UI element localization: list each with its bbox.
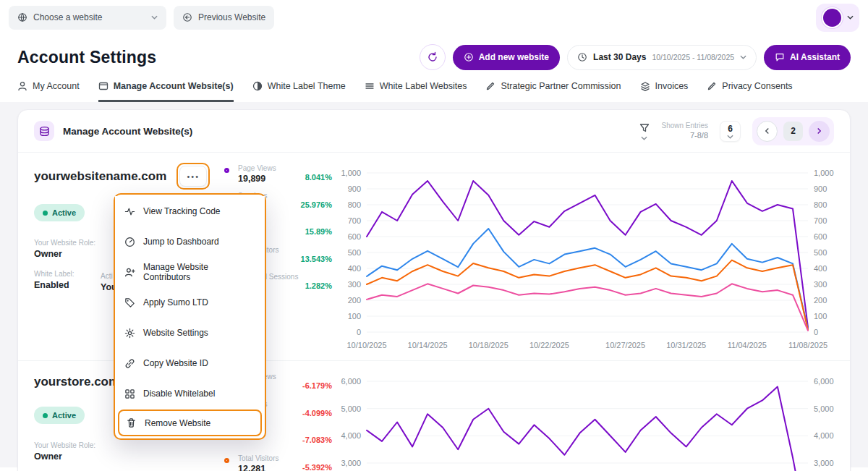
- svg-text:500: 500: [348, 248, 361, 257]
- browser-icon: [98, 81, 109, 91]
- account-menu[interactable]: [816, 4, 859, 32]
- layers-icon: [640, 81, 650, 91]
- pagination-prev-button[interactable]: [757, 121, 778, 142]
- menu-item-remove-website[interactable]: Remove Website: [118, 410, 262, 436]
- status-label: Active: [52, 208, 76, 217]
- settings-tabs: My Account Manage Account Website(s) Whi…: [0, 78, 868, 102]
- refresh-icon: [427, 51, 438, 63]
- tab-my-account[interactable]: My Account: [17, 81, 80, 102]
- stat-change: 8.041%: [305, 173, 332, 182]
- svg-text:0: 0: [357, 328, 361, 336]
- user-plus-icon: [124, 267, 135, 278]
- svg-text:100: 100: [814, 312, 827, 321]
- svg-text:5,000: 5,000: [814, 404, 834, 413]
- ai-assistant-button[interactable]: AI Assistant: [764, 45, 851, 70]
- gauge-icon: [124, 237, 135, 247]
- trash-icon: [126, 417, 137, 428]
- page-size-select[interactable]: 6: [720, 121, 741, 142]
- user-icon: [17, 81, 27, 91]
- svg-text:400: 400: [814, 264, 827, 273]
- date-range-button[interactable]: Last 30 Days 10/10/2025 - 11/08/2025: [567, 45, 757, 70]
- panel-tools: Shown Entries 7-8/8 6 2: [639, 117, 834, 145]
- svg-text:10/18/2025: 10/18/2025: [469, 341, 509, 349]
- gear-icon: [124, 328, 135, 339]
- database-icon: [34, 121, 54, 141]
- stat-label: Page Views: [238, 164, 333, 172]
- stat-change: 25.976%: [301, 200, 332, 209]
- avatar[interactable]: [822, 7, 843, 28]
- chat-icon: [775, 52, 785, 62]
- menu-item-label: Copy Website ID: [143, 358, 208, 368]
- topbar: Choose a website Previous Website: [0, 0, 868, 35]
- stat-change: -5.392%: [302, 463, 332, 471]
- status-badge: Active: [34, 407, 85, 424]
- tab-privacy-consents[interactable]: Privacy Consents: [707, 81, 792, 102]
- role-label: Your Website Role:: [34, 441, 224, 449]
- menu-item-apply-sumo-ltd[interactable]: Apply Sumo LTD: [115, 287, 265, 318]
- grid-icon: [124, 389, 135, 399]
- tab-label: Strategic Partner Commission: [501, 81, 621, 91]
- stat-label: Total Visitors: [238, 454, 333, 462]
- arrow-left-circle-icon: [182, 12, 192, 22]
- menu-item-website-settings[interactable]: Website Settings: [115, 318, 265, 348]
- svg-text:10/27/2025: 10/27/2025: [605, 341, 645, 349]
- menu-item-manage-website-contributors[interactable]: Manage Website Contributors: [115, 257, 265, 287]
- menu-item-label: Manage Website Contributors: [143, 262, 255, 282]
- website-domain: yourwebsitename.com: [34, 169, 166, 184]
- plus-circle-icon: [464, 52, 474, 62]
- more-options-button[interactable]: •••: [179, 166, 207, 187]
- svg-text:300: 300: [348, 280, 361, 289]
- svg-text:11/08/2025: 11/08/2025: [788, 341, 827, 349]
- tab-white-label-websites[interactable]: White Label Websites: [365, 81, 467, 102]
- filter-button[interactable]: [639, 122, 650, 140]
- website-chart: 0010010020020030030040040050050060060070…: [333, 163, 841, 360]
- menu-item-copy-website-id[interactable]: Copy Website ID: [115, 348, 265, 378]
- tab-label: White Label Websites: [380, 81, 467, 91]
- menu-item-view-tracking-code[interactable]: View Tracking Code: [115, 196, 265, 226]
- page-size-value: 6: [728, 124, 733, 134]
- chevron-down-icon: [641, 136, 647, 140]
- svg-text:10/22/2025: 10/22/2025: [529, 341, 569, 349]
- pagination-next-button[interactable]: [809, 121, 830, 142]
- svg-text:600: 600: [348, 232, 361, 241]
- svg-text:10/14/2025: 10/14/2025: [408, 341, 448, 349]
- add-new-website-button[interactable]: Add new website: [453, 45, 560, 70]
- highlight-box: •••: [176, 163, 210, 190]
- date-range-label: Last 30 Days: [593, 52, 646, 62]
- choose-website-label: Choose a website: [33, 12, 102, 22]
- choose-website-select[interactable]: Choose a website: [9, 6, 166, 30]
- chevron-right-icon: [817, 128, 822, 135]
- previous-website-button[interactable]: Previous Website: [174, 6, 274, 30]
- menu-item-disable-whitelabel[interactable]: Disable Whitelabel: [115, 378, 265, 409]
- svg-text:1,000: 1,000: [341, 169, 361, 177]
- tag-icon: [124, 297, 135, 308]
- panel-title: Manage Account Website(s): [63, 126, 192, 137]
- role-value: Owner: [34, 451, 224, 462]
- menu-item-label: Jump to Dashboard: [143, 237, 219, 247]
- refresh-button[interactable]: [420, 44, 446, 70]
- svg-text:6,000: 6,000: [814, 377, 834, 386]
- previous-website-label: Previous Website: [198, 12, 265, 22]
- svg-text:900: 900: [348, 184, 361, 193]
- menu-item-label: View Tracking Code: [143, 206, 221, 216]
- add-new-website-label: Add new website: [479, 52, 549, 62]
- line-chart: 001,0001,0002,0002,0003,0003,0004,0004,0…: [333, 371, 841, 471]
- svg-text:10/31/2025: 10/31/2025: [666, 341, 706, 349]
- tab-manage-account-websites[interactable]: Manage Account Website(s): [98, 81, 234, 102]
- pagination-current-page[interactable]: 2: [783, 122, 803, 141]
- lines-icon: [365, 81, 375, 91]
- tab-invoices[interactable]: Invoices: [640, 81, 689, 102]
- svg-text:4,000: 4,000: [341, 431, 361, 440]
- header-actions: Add new website Last 30 Days 10/10/2025 …: [420, 44, 851, 70]
- svg-text:600: 600: [814, 232, 827, 241]
- stat-change: 15.89%: [305, 227, 332, 236]
- stat-item: Total Visitors 12,281 -5.392%: [224, 454, 333, 471]
- link-icon: [124, 358, 135, 369]
- ai-assistant-label: AI Assistant: [790, 52, 840, 62]
- svg-text:10/10/2025: 10/10/2025: [346, 341, 386, 349]
- tab-strategic-partner-commission[interactable]: Strategic Partner Commission: [485, 81, 621, 102]
- globe-icon: [17, 12, 27, 22]
- status-dot-icon: [43, 413, 48, 418]
- menu-item-jump-to-dashboard[interactable]: Jump to Dashboard: [115, 226, 265, 257]
- tab-white-label-theme[interactable]: White Label Theme: [252, 81, 346, 102]
